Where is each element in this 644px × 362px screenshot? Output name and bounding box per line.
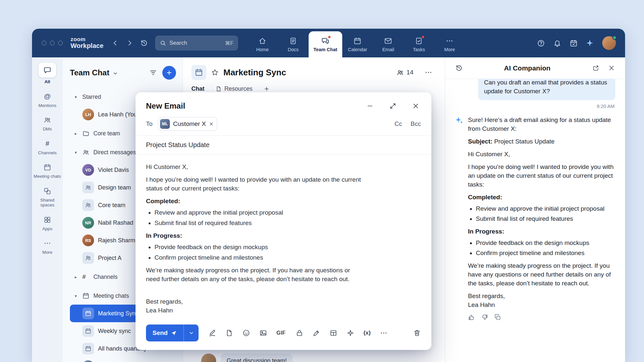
encrypt-button[interactable] [296,329,303,337]
main-nav-tabs: Home Docs Team Chat Calendar [247,29,465,57]
help-button[interactable] [534,37,547,50]
chevron-down-icon [188,330,194,336]
close-button[interactable] [411,101,420,111]
search-input[interactable]: ⌘F [155,36,238,51]
ai-history-button[interactable] [452,62,465,75]
remove-recipient-button[interactable] [209,122,214,126]
member-count[interactable]: 14 [396,69,413,76]
favorite-star-button[interactable] [211,68,219,76]
app-window: zoom Workplace ⌘F Home [32,29,625,362]
group-icon [82,252,94,264]
expand-button[interactable] [388,101,397,111]
tab-chat[interactable]: Chat [191,85,204,92]
avatar: VD [82,164,94,176]
home-icon [258,37,267,45]
copy-button[interactable] [494,314,501,321]
insert-image-button[interactable] [259,329,267,337]
chevron-right-icon [126,39,133,47]
edit-button[interactable] [313,329,320,337]
history-icon [140,39,148,47]
close-window-button[interactable] [42,41,46,45]
expand-icon [389,102,396,110]
minimize-button[interactable] [365,101,375,111]
tab-tasks[interactable]: Tasks [404,31,434,57]
calendar-quick-button[interactable] [567,37,580,50]
search-field[interactable] [169,40,212,46]
rail-item-channels[interactable]: # Channels [33,139,62,156]
tab-email[interactable]: Email [373,31,404,57]
send-options-button[interactable] [184,324,199,341]
maximize-window-button[interactable] [58,41,63,45]
team-chat-icon [321,37,330,45]
ai-companion-button[interactable] [583,37,596,50]
bcc-button[interactable]: Bcc [411,120,421,128]
cc-button[interactable]: Cc [394,120,402,128]
plus-icon [166,69,173,76]
forward-button[interactable] [123,37,136,50]
attach-file-button[interactable] [225,329,233,337]
tab-more[interactable]: More [434,31,465,57]
tab-resources[interactable]: Resources [216,85,252,92]
star-icon [211,68,219,76]
back-button[interactable] [109,37,122,50]
open-in-window-button[interactable] [589,62,602,75]
recipient-avatar: ML [160,119,170,129]
avatar: NR [82,217,94,229]
subject-field[interactable]: Project Status Update [136,136,431,154]
calendar-check-icon [570,39,578,47]
sidebar-item-lea-rajesh[interactable]: LR Lea/Rajesh 1:1 [70,357,179,362]
tab-home[interactable]: Home [247,31,278,57]
filter-button[interactable] [149,69,157,77]
recipient-chip[interactable]: ML Customer X [158,117,217,131]
ellipsis-icon [380,329,388,337]
gif-button[interactable]: GIF [276,330,285,336]
rail-item-dms[interactable]: DMs [33,115,62,132]
chevron-down-icon[interactable] [113,71,118,76]
rail-item-mentions[interactable]: @ Mentions [33,92,62,108]
caret-right-icon: ▸ [73,275,78,279]
avatar [201,354,216,362]
rail-item-apps[interactable]: Apps [33,215,62,232]
thumbs-up-button[interactable] [468,314,475,321]
ai-response: Sure! Here’s a draft email asking for a … [468,115,615,321]
email-body-editor[interactable]: Hi Customer X, I hope you’re doing well!… [136,155,431,324]
trash-icon [413,329,421,337]
close-panel-button[interactable] [605,62,618,75]
tab-team-chat[interactable]: Team Chat [309,31,342,57]
send-button[interactable]: Send [146,324,184,341]
variables-button[interactable]: {x} [363,330,371,336]
more-options-button[interactable] [380,329,388,337]
rail-item-shared-spaces[interactable]: Shared spaces [33,186,62,208]
emoji-button[interactable] [242,329,250,337]
lock-icon [296,329,303,337]
channel-tabs: Chat Resources [183,85,445,92]
completed-list: Review and approve the initial project p… [476,204,615,223]
history-button[interactable] [137,37,151,50]
ai-assist-button[interactable] [346,329,354,337]
image-icon [259,329,267,337]
new-chat-button[interactable] [162,66,176,80]
tab-calendar[interactable]: Calendar [342,31,373,57]
discard-draft-button[interactable] [413,329,421,337]
ellipsis-icon [42,238,52,248]
tab-docs[interactable]: Docs [278,31,309,57]
rail-item-all[interactable]: All [33,63,62,84]
in-progress-list: Provide feedback on the design mockups C… [154,243,357,262]
user-avatar[interactable] [602,36,616,50]
email-icon [384,37,393,45]
add-tab-button[interactable] [264,86,270,92]
notifications-button[interactable] [551,37,564,50]
rail-item-more[interactable]: More [33,238,62,255]
channel-avatar-calendar-icon [191,65,206,80]
minimize-window-button[interactable] [50,41,55,45]
thumbs-down-button[interactable] [481,314,488,321]
signature-button[interactable] [208,329,216,337]
template-button[interactable] [330,329,337,337]
thumbs-down-icon [481,314,488,321]
channel-more-button[interactable] [422,66,435,79]
completed-list: Review and approve the initial project p… [154,208,357,227]
chevron-left-icon [112,39,119,47]
meeting-chat-icon [82,308,94,319]
rail-item-meeting-chats[interactable]: Meeting chats [33,162,62,179]
avatar: LR [82,360,94,362]
